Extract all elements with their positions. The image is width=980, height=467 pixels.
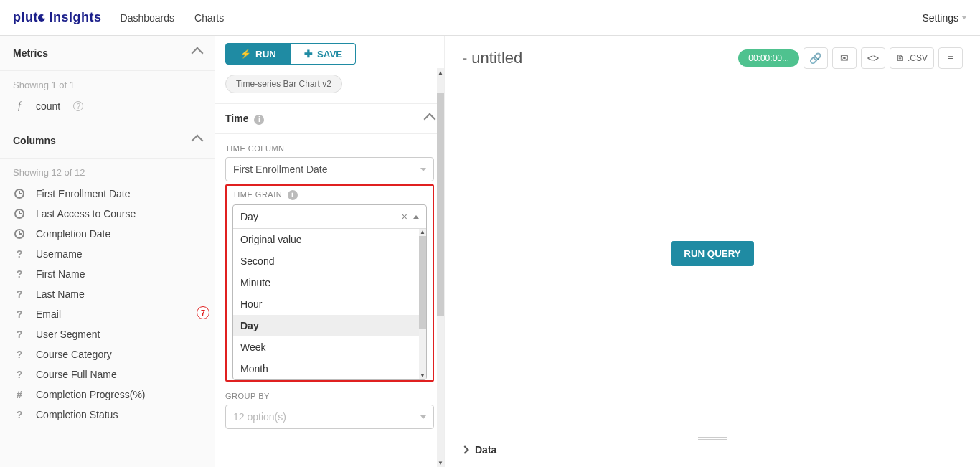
time-column-select[interactable]: First Enrollment Date xyxy=(225,157,434,181)
column-item[interactable]: ?User Segment xyxy=(0,324,215,344)
resize-handle[interactable] xyxy=(698,437,727,440)
column-item[interactable]: ?Email xyxy=(0,304,215,324)
time-grain-dropdown: Original valueSecondMinuteHourDayWeekMon… xyxy=(233,229,426,379)
scroll-thumb[interactable] xyxy=(419,236,426,329)
clear-icon[interactable]: × xyxy=(402,211,407,222)
run-button[interactable]: ⚡ RUN xyxy=(225,43,291,65)
time-grain-select[interactable]: Day × Original valueSecondMinuteHourDayW… xyxy=(232,204,427,380)
info-icon[interactable]: i xyxy=(288,190,298,200)
column-item[interactable]: #Completion Progress(%) xyxy=(0,385,215,405)
settings-menu[interactable]: Settings xyxy=(922,12,967,24)
scroll-down-icon[interactable]: ▼ xyxy=(437,458,444,467)
metrics-header[interactable]: Metrics xyxy=(0,36,215,71)
dropdown-scrollbar[interactable]: ▲ ▼ xyxy=(419,229,426,379)
question-icon: ? xyxy=(13,329,26,340)
time-grain-option[interactable]: Minute xyxy=(233,272,426,293)
time-grain-option[interactable]: Hour xyxy=(233,293,426,315)
column-item[interactable]: ?Course Category xyxy=(0,344,215,364)
column-label: First Name xyxy=(36,268,85,280)
help-icon[interactable]: ? xyxy=(73,101,83,111)
chevron-up-icon xyxy=(192,47,204,60)
time-grain-option[interactable]: Original value xyxy=(233,229,426,250)
column-label: Email xyxy=(36,308,61,320)
time-grain-option[interactable]: Week xyxy=(233,336,426,358)
link-icon: 🔗 xyxy=(809,52,821,64)
time-section-header[interactable]: Time i xyxy=(215,103,444,134)
chart-title[interactable]: -untitled xyxy=(462,49,522,67)
time-grain-option[interactable]: Second xyxy=(233,250,426,272)
scroll-thumb[interactable] xyxy=(437,93,444,316)
question-icon: ? xyxy=(13,248,26,260)
email-button[interactable]: ✉ xyxy=(832,47,857,69)
left-sidebar: Metrics Showing 1 of 1 f count ? Columns… xyxy=(0,36,215,467)
code-icon: <> xyxy=(867,52,879,64)
metric-item[interactable]: f count ? xyxy=(0,96,215,116)
column-item[interactable]: ?First Name xyxy=(0,264,215,284)
embed-button[interactable]: <> xyxy=(861,47,885,69)
column-label: Completion Date xyxy=(36,228,110,240)
column-label: Last Access to Course xyxy=(36,208,136,220)
logo-text2: insights xyxy=(45,10,102,24)
chart-type-chip[interactable]: Time-series Bar Chart v2 xyxy=(225,75,342,93)
column-label: Course Category xyxy=(36,349,112,360)
hamburger-icon: ≡ xyxy=(948,52,953,64)
time-grain-value: Day xyxy=(240,211,258,222)
csv-label: .CSV xyxy=(908,53,928,63)
column-label: First Enrollment Date xyxy=(36,188,130,199)
scroll-down-icon[interactable]: ▼ xyxy=(419,372,426,379)
csv-button[interactable]: 🗎 .CSV xyxy=(890,47,934,69)
link-button[interactable]: 🔗 xyxy=(804,47,828,69)
data-label: Data xyxy=(475,444,496,456)
column-label: Username xyxy=(36,248,83,260)
group-by-label: GROUP BY xyxy=(225,392,434,400)
chevron-up-icon xyxy=(424,113,436,125)
column-item[interactable]: Last Access to Course xyxy=(0,204,215,224)
run-label: RUN xyxy=(255,49,276,60)
time-grain-option[interactable]: Month xyxy=(233,358,426,379)
question-icon: ? xyxy=(13,308,26,320)
group-by-placeholder: 12 option(s) xyxy=(233,411,286,423)
chevron-down-icon xyxy=(420,415,426,419)
columns-showing: Showing 12 of 12 xyxy=(0,159,215,184)
column-label: Last Name xyxy=(36,288,85,300)
column-label: Course Full Name xyxy=(36,369,117,380)
chevron-right-icon xyxy=(461,445,468,453)
columns-header[interactable]: Columns xyxy=(0,123,215,159)
chevron-down-icon xyxy=(961,16,967,19)
metric-label: count xyxy=(36,100,60,112)
nav-dashboards[interactable]: Dashboards xyxy=(121,12,175,24)
columns-title: Columns xyxy=(13,135,56,146)
logo-o-icon xyxy=(38,14,45,22)
query-timer: 00:00:00... xyxy=(738,49,799,67)
nav-charts[interactable]: Charts xyxy=(194,12,224,24)
time-grain-option[interactable]: Day xyxy=(233,315,426,336)
time-column-label: TIME COLUMN xyxy=(225,144,434,153)
info-icon[interactable]: i xyxy=(254,115,264,125)
bolt-icon: ⚡ xyxy=(240,49,251,59)
menu-button[interactable]: ≡ xyxy=(938,47,963,69)
group-by-select[interactable]: 12 option(s) xyxy=(225,405,434,429)
logo: plut insights xyxy=(13,10,102,25)
column-item[interactable]: ?Last Name xyxy=(0,284,215,304)
clock-icon xyxy=(14,229,24,239)
scroll-up-icon[interactable]: ▲ xyxy=(419,229,426,236)
save-button[interactable]: ✚ SAVE xyxy=(291,43,356,65)
data-section-toggle[interactable]: Data xyxy=(462,444,963,456)
column-item[interactable]: Completion Date xyxy=(0,224,215,244)
logo-text1: plut xyxy=(13,10,38,24)
hash-icon: # xyxy=(13,389,26,400)
column-item[interactable]: ?Completion Status xyxy=(0,405,215,425)
save-label: SAVE xyxy=(317,49,342,60)
chevron-up-icon xyxy=(413,215,419,219)
question-icon: ? xyxy=(13,288,26,300)
column-item[interactable]: ?Course Full Name xyxy=(0,364,215,385)
annotation-marker: 7 xyxy=(197,306,209,319)
mail-icon: ✉ xyxy=(840,52,849,64)
column-item[interactable]: ?Username xyxy=(0,244,215,264)
question-icon: ? xyxy=(13,369,26,380)
column-item[interactable]: First Enrollment Date xyxy=(0,184,215,204)
scroll-up-icon[interactable]: ▲ xyxy=(437,68,444,77)
function-icon: f xyxy=(13,100,26,112)
settings-label: Settings xyxy=(922,12,958,24)
run-query-button[interactable]: RUN QUERY xyxy=(671,241,753,266)
